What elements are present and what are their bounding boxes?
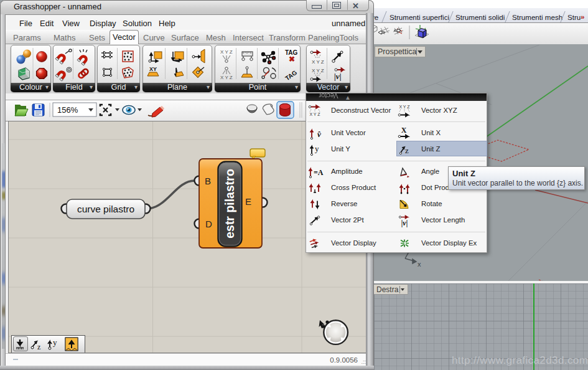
svg-text:XY: XY — [149, 66, 157, 72]
svg-text:X Y Z: X Y Z — [220, 75, 233, 80]
svg-text:z: z — [405, 146, 409, 155]
svg-text:X Y Z: X Y Z — [312, 68, 324, 74]
svg-text:TAG: TAG — [284, 69, 298, 82]
svg-text:y: y — [53, 338, 57, 347]
svg-text:X Y Z: X Y Z — [312, 59, 324, 65]
svg-text:X Y Z: X Y Z — [399, 105, 410, 109]
svg-text:z: z — [37, 343, 40, 351]
svg-text:X Y Z: X Y Z — [309, 112, 320, 116]
svg-text:=A: =A — [314, 168, 324, 177]
svg-text:v̂: v̂ — [317, 130, 321, 139]
svg-text:X: X — [401, 126, 407, 135]
svg-text:|v|: |v| — [334, 72, 342, 81]
svg-text:E: E — [245, 196, 251, 207]
svg-text:x: x — [418, 260, 421, 268]
svg-text:✖: ✖ — [289, 55, 295, 64]
svg-text:curve pilastro: curve pilastro — [77, 204, 134, 214]
svg-text:156%: 156% — [57, 105, 78, 115]
svg-text:X Y Z: X Y Z — [220, 49, 233, 55]
svg-text:y: y — [315, 144, 319, 153]
svg-text:D: D — [205, 219, 212, 229]
svg-text:|v|: |v| — [401, 219, 408, 227]
svg-text:B: B — [205, 176, 211, 186]
svg-text:estr pilastro: estr pilastro — [223, 169, 236, 239]
